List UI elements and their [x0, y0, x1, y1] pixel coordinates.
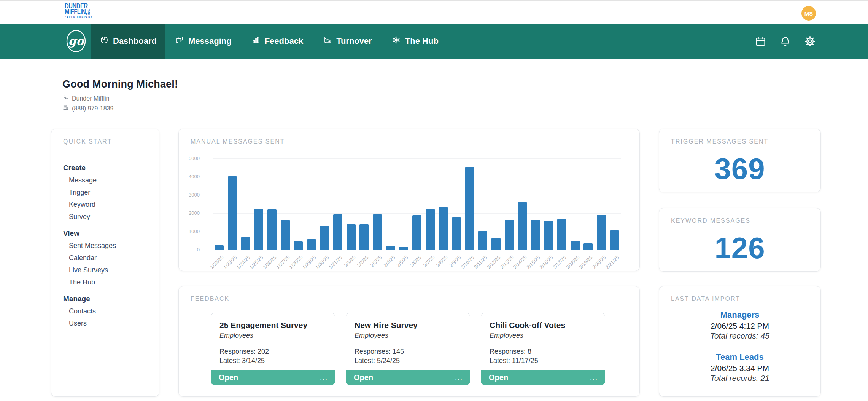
chart-bar — [531, 220, 540, 250]
x-axis-label: 2/3/25 — [369, 254, 383, 268]
x-axis-label: 2/10/25 — [459, 254, 475, 270]
nav-item-label: Dashboard — [113, 36, 157, 46]
chart-bar — [505, 220, 514, 250]
nav-item-the-hub[interactable]: The Hub — [382, 24, 448, 59]
top-bar: DUNDER MIFFLIN, INC. PAPER COMPANY MS — [0, 0, 868, 24]
import-entry-managers: Managers 2/06/25 4:12 PM Total records: … — [659, 310, 820, 340]
survey-open-bar[interactable]: Open ... — [346, 370, 470, 385]
nav-item-label: Turnover — [336, 36, 372, 46]
survey-card-engagement: 25 Engagement Survey Employees Responses… — [211, 313, 335, 385]
nav-item-messaging[interactable]: Messaging — [165, 24, 242, 59]
stat-title: KEYWORD MESSAGES — [671, 217, 750, 224]
x-axis-label: 2/14/25 — [512, 254, 528, 270]
y-axis-label: 5000 — [180, 155, 200, 161]
x-axis-label: 2/15/25 — [525, 254, 541, 270]
bar-chart-plot: 0100020003000400050001/22/251/23/251/24/… — [213, 158, 621, 250]
last-data-import-card: LAST DATA IMPORT Managers 2/06/25 4:12 P… — [659, 286, 821, 397]
qs-item-calendar[interactable]: Calendar — [63, 252, 116, 264]
dunder-mifflin-logo: DUNDER MIFFLIN, INC. PAPER COMPANY — [65, 3, 99, 18]
chart-bar — [439, 207, 448, 250]
x-axis-label: 2/20/25 — [591, 254, 607, 270]
open-button[interactable]: Open — [489, 373, 508, 382]
bell-icon[interactable] — [779, 35, 791, 47]
more-options-button[interactable]: ... — [320, 374, 328, 382]
nav-items: Dashboard Messaging Feedback — [91, 24, 448, 59]
trigger-messages-value: 369 — [659, 146, 820, 192]
x-axis-label: 1/30/25 — [315, 254, 330, 270]
open-button[interactable]: Open — [219, 373, 238, 382]
import-title: LAST DATA IMPORT — [671, 296, 740, 302]
x-axis-label: 2/4/25 — [382, 254, 396, 268]
chart-bar — [294, 241, 303, 250]
chart-bar — [544, 221, 553, 250]
survey-title: Chili Cook-off Votes — [490, 321, 596, 330]
x-axis-label: 1/24/25 — [235, 254, 251, 270]
chart-bar — [465, 167, 474, 250]
qs-heading-create: Create — [63, 162, 116, 174]
calendar-icon[interactable] — [755, 35, 766, 47]
chat-icon — [175, 35, 184, 47]
nav-item-feedback[interactable]: Feedback — [242, 24, 313, 59]
chart-bar — [373, 214, 382, 250]
qs-item-sent-messages[interactable]: Sent Messages — [63, 240, 116, 252]
import-records: Total records: 21 — [659, 374, 820, 383]
x-axis-label: 1/28/25 — [288, 254, 304, 270]
import-entry-team-leads: Team Leads 2/06/25 3:34 PM Total records… — [659, 352, 820, 383]
network-icon — [392, 35, 401, 47]
survey-open-bar[interactable]: Open ... — [211, 370, 335, 385]
qs-heading-view: View — [63, 227, 116, 240]
import-group-link[interactable]: Managers — [659, 310, 820, 320]
x-axis-label: 2/6/25 — [409, 254, 422, 268]
y-axis-label: 1000 — [180, 228, 200, 234]
x-axis-label: 1/23/25 — [222, 254, 238, 270]
qs-item-users[interactable]: Users — [63, 317, 116, 329]
user-avatar[interactable]: MS — [801, 6, 816, 21]
y-axis-label: 3000 — [180, 192, 200, 198]
nav-item-turnover[interactable]: Turnover — [313, 24, 382, 59]
qs-item-survey[interactable]: Survey — [63, 211, 116, 223]
company-phone: (888) 979-1839 — [72, 105, 113, 112]
nav-item-dashboard[interactable]: Dashboard — [91, 24, 165, 59]
y-axis-label: 2000 — [180, 210, 200, 216]
chart-bar — [557, 219, 566, 250]
qs-item-live-surveys[interactable]: Live Surveys — [63, 264, 116, 276]
go-brand-logo[interactable]: go — [65, 29, 87, 53]
manual-messages-chart-card: MANUAL MESSAGES SENT 0100020003000400050… — [178, 129, 640, 271]
import-group-link[interactable]: Team Leads — [659, 352, 820, 362]
x-axis-label: 2/13/25 — [499, 254, 515, 270]
survey-open-bar[interactable]: Open ... — [481, 370, 605, 385]
pie-chart-icon — [100, 35, 109, 47]
chart-bar — [518, 202, 527, 250]
qs-item-contacts[interactable]: Contacts — [63, 305, 116, 317]
gridline — [213, 158, 621, 159]
bar-chart-icon — [251, 35, 261, 47]
chart-bar — [241, 237, 250, 250]
qs-item-the-hub[interactable]: The Hub — [63, 276, 116, 288]
qs-item-message[interactable]: Message — [63, 174, 116, 186]
logo-line-2: MIFFLIN, — [65, 9, 88, 15]
survey-audience: Employees — [355, 332, 461, 340]
chart-bar — [307, 239, 316, 250]
gridline — [213, 250, 621, 250]
feedback-section-card: FEEDBACK 25 Engagement Survey Employees … — [178, 286, 640, 397]
more-options-button[interactable]: ... — [590, 374, 598, 382]
x-axis-label: 2/16/25 — [539, 254, 554, 270]
x-axis-label: 2/18/25 — [565, 254, 580, 270]
keyword-messages-value: 126 — [659, 225, 820, 271]
survey-title: 25 Engagement Survey — [219, 321, 326, 330]
open-button[interactable]: Open — [354, 373, 373, 382]
x-axis-label: 1/29/25 — [301, 254, 317, 270]
chart-bar — [610, 230, 619, 250]
chart-bar — [333, 214, 342, 250]
gridline — [213, 195, 621, 195]
qs-item-trigger[interactable]: Trigger — [63, 186, 116, 198]
gear-icon[interactable] — [804, 35, 816, 47]
chart-bar — [399, 247, 408, 250]
x-axis-label: 1/22/25 — [209, 254, 225, 270]
chart-bar — [412, 215, 421, 250]
qs-heading-manage: Manage — [63, 293, 116, 305]
survey-responses: Responses: 145 — [355, 347, 461, 356]
more-options-button[interactable]: ... — [455, 374, 463, 382]
qs-item-keyword[interactable]: Keyword — [63, 198, 116, 211]
x-axis-label: 2/17/25 — [552, 254, 567, 270]
